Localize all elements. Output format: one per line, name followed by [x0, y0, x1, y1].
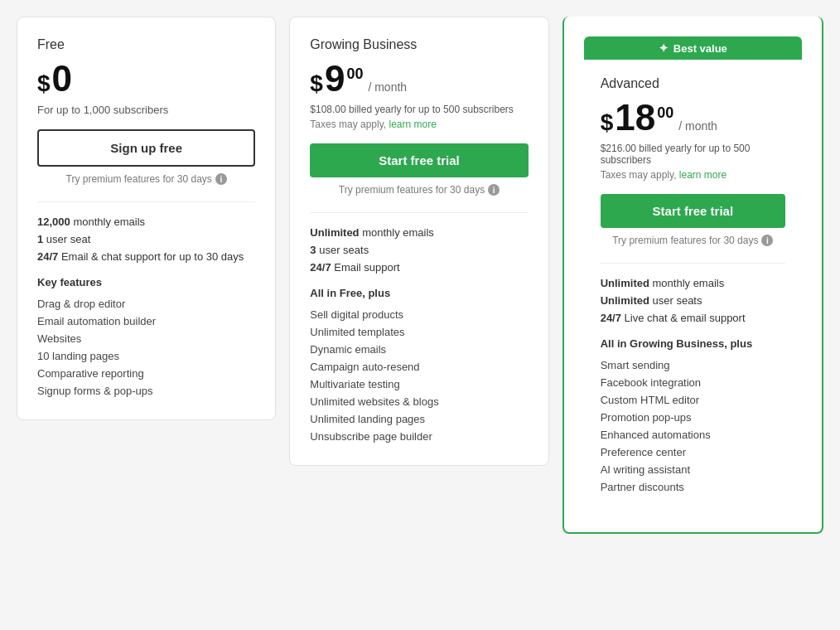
divider [601, 263, 785, 264]
plan-name: Free [37, 37, 255, 52]
plan-price: $ 1800/ month [601, 99, 785, 136]
highlight-bold: 24/7 [601, 312, 621, 324]
price-amount: 0 [52, 61, 72, 97]
feature-highlight: 24/7 Live chat & email support [601, 312, 785, 324]
price-cents: 00 [346, 65, 363, 83]
feature-highlight: 1 user seat [37, 233, 255, 245]
feature-item: Drag & drop editor [37, 295, 255, 313]
feature-item: Promotion pop-ups [601, 409, 785, 426]
tax-note: Taxes may apply, learn more [310, 119, 528, 130]
plan-name: Advanced [601, 76, 785, 91]
best-value-banner: ✦ Best value [584, 36, 802, 60]
features-title: All in Free, plus [310, 287, 528, 299]
feature-highlight: Unlimited user seats [601, 294, 785, 307]
feature-item: Enhanced automations [601, 426, 785, 443]
features-section: All in Growing Business, plusSmart sendi… [601, 337, 785, 496]
feature-item: Signup forms & pop-ups [37, 382, 255, 400]
feature-item: Campaign auto-resend [310, 358, 528, 376]
highlight-bold: Unlimited [310, 226, 359, 239]
feature-item: Comparative reporting [37, 365, 255, 382]
feature-highlight: Unlimited monthly emails [601, 277, 785, 289]
feature-item: AI writing assistant [601, 461, 785, 478]
highlight-bold: 24/7 [37, 250, 58, 263]
plan-card-growing: Growing Business $ 900/ month$108.00 bil… [289, 17, 548, 466]
trial-button[interactable]: Start free trial [601, 194, 785, 228]
info-icon: i [215, 173, 227, 185]
trial-button[interactable]: Start free trial [310, 143, 528, 177]
divider [37, 201, 255, 202]
highlight-bold: Unlimited [601, 294, 649, 307]
trial-note: Try premium features for 30 days i [37, 173, 255, 185]
highlight-bold: 24/7 [310, 261, 331, 274]
features-section: All in Free, plusSell digital productsUn… [310, 287, 528, 445]
feature-item: Multivariate testing [310, 376, 528, 393]
highlight-bold: 1 [37, 233, 43, 245]
highlight-bold: Unlimited [601, 277, 649, 289]
signup-button[interactable]: Sign up free [37, 129, 255, 167]
learn-more-link[interactable]: learn more [679, 169, 727, 181]
feature-item: Unlimited websites & blogs [310, 393, 528, 410]
trial-note: Try premium features for 30 days i [601, 235, 785, 246]
plan-price: $ 900/ month [310, 61, 528, 97]
price-period: / month [368, 80, 407, 94]
price-amount: 9 [325, 61, 345, 97]
yearly-note: $216.00 billed yearly for up to 500 subs… [601, 143, 785, 166]
price-currency: $ [310, 70, 323, 97]
price-amount: 18 [615, 99, 655, 136]
feature-item: Email automation builder [37, 313, 255, 330]
plan-card-advanced: ✦ Best value Advanced $ 1800/ month$216.… [562, 17, 823, 534]
learn-more-link[interactable]: learn more [389, 119, 436, 130]
pricing-container: Free $ 0For up to 1,000 subscribersSign … [17, 17, 823, 534]
feature-item: Websites [37, 330, 255, 347]
feature-highlight: 24/7 Email support [310, 261, 528, 274]
feature-item: Custom HTML editor [601, 391, 785, 409]
trial-note: Try premium features for 30 days i [310, 184, 528, 196]
price-currency: $ [37, 70, 51, 97]
price-period: / month [678, 119, 717, 133]
subscribers-note: For up to 1,000 subscribers [37, 104, 255, 116]
info-icon: i [761, 235, 773, 246]
divider [310, 212, 528, 213]
feature-item: Preference center [601, 443, 785, 461]
features-title: Key features [37, 276, 255, 288]
tax-note: Taxes may apply, learn more [601, 169, 785, 181]
features-title: All in Growing Business, plus [601, 337, 785, 350]
feature-item: Smart sending [601, 356, 785, 374]
feature-highlight: 12,000 monthly emails [37, 216, 255, 228]
feature-highlight: 3 user seats [310, 244, 528, 256]
feature-highlight: Unlimited monthly emails [310, 226, 528, 239]
feature-highlight: 24/7 Email & chat support for up to 30 d… [37, 250, 255, 263]
plan-card-free: Free $ 0For up to 1,000 subscribersSign … [17, 17, 276, 420]
feature-item: Unsubscribe page builder [310, 428, 528, 445]
sparkle-icon: ✦ [659, 41, 669, 55]
feature-item: Sell digital products [310, 306, 528, 323]
price-currency: $ [601, 109, 614, 136]
feature-item: Facebook integration [601, 374, 785, 391]
plan-price: $ 0 [37, 61, 255, 97]
feature-item: Dynamic emails [310, 341, 528, 358]
yearly-note: $108.00 billed yearly for up to 500 subs… [310, 104, 528, 115]
feature-item: Unlimited landing pages [310, 410, 528, 428]
feature-item: Unlimited templates [310, 323, 528, 341]
features-section: Key featuresDrag & drop editorEmail auto… [37, 276, 255, 400]
best-value-label: Best value [673, 42, 727, 55]
highlight-bold: 12,000 [37, 216, 70, 228]
info-icon: i [488, 184, 500, 196]
price-cents: 00 [657, 104, 673, 122]
feature-item: Partner discounts [601, 478, 785, 496]
feature-item: 10 landing pages [37, 347, 255, 365]
highlight-bold: 3 [310, 244, 316, 256]
plan-name: Growing Business [310, 37, 528, 52]
